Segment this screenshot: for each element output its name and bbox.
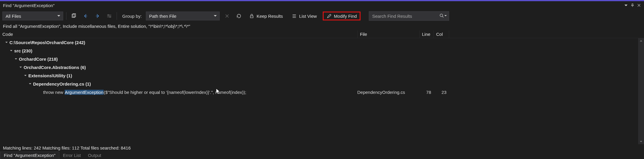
result-file: DependencyOrdering.cs [357, 90, 419, 95]
tree-node-label: Extensions\Utility [28, 73, 66, 78]
refresh-icon[interactable] [234, 12, 243, 20]
expand-icon[interactable] [9, 49, 14, 52]
tree-node[interactable]: Extensions\Utility (1) [0, 71, 638, 80]
result-code: throw new ArgumentException($"Should be … [0, 90, 357, 95]
column-file[interactable]: File [357, 30, 419, 38]
tree-node-label: OrchardCore [19, 57, 46, 62]
expand-icon[interactable] [14, 57, 18, 60]
tree-node[interactable]: src (230) [0, 46, 638, 55]
search-summary: Find all "ArgumentException", Include mi… [0, 23, 644, 30]
tree-node-count: (242) [75, 40, 85, 45]
scroll-track[interactable] [638, 44, 644, 139]
lock-icon [249, 14, 254, 19]
expand-icon[interactable] [4, 41, 9, 44]
modify-find-button[interactable]: Modify Find [323, 12, 361, 20]
tree-node-count: (6) [80, 65, 86, 70]
group-by-dropdown[interactable]: Path then File [146, 12, 220, 20]
result-line: 78 [419, 90, 433, 95]
scope-selected: All Files [6, 14, 21, 19]
result-col: 23 [433, 90, 449, 95]
expand-icon[interactable] [28, 82, 32, 85]
next-result-icon[interactable] [93, 12, 102, 20]
copy-icon[interactable] [69, 12, 78, 20]
tree-node[interactable]: OrchardCore.Abstractions (6) [0, 63, 638, 71]
window-title: Find "ArgumentException" [3, 3, 623, 8]
vertical-scrollbar[interactable] [638, 38, 644, 144]
group-by-selected: Path then File [149, 14, 177, 19]
window-menu-icon[interactable] [623, 2, 629, 9]
column-col[interactable]: Col [433, 30, 449, 38]
result-row[interactable]: throw new ArgumentException($"Should be … [0, 88, 638, 96]
prev-result-icon[interactable] [81, 12, 90, 20]
search-input[interactable] [372, 14, 439, 19]
tab-find-results[interactable]: Find "ArgumentException" [0, 152, 59, 159]
separator [66, 12, 66, 20]
tree-node-label: src [14, 48, 21, 53]
svg-point-5 [440, 14, 443, 17]
clear-filter-icon [105, 12, 114, 20]
search-icon[interactable] [439, 13, 444, 19]
search-dropdown-icon[interactable] [444, 14, 447, 18]
svg-point-3 [110, 16, 111, 17]
delete-icon [223, 12, 231, 20]
chevron-down-icon [213, 14, 217, 19]
chevron-down-icon [57, 14, 61, 19]
keep-results-button[interactable]: Keep Results [246, 12, 286, 20]
tree-node-label: C:\Source\Repos\OrchardCore [9, 40, 74, 45]
tree-node-count: (218) [48, 57, 58, 62]
column-code[interactable]: Code [0, 30, 357, 38]
list-icon [292, 14, 297, 19]
list-view-button[interactable]: List View [289, 12, 320, 20]
close-icon[interactable] [636, 2, 642, 9]
column-header: Code File Line Col [0, 30, 644, 38]
tree-node-label: DependencyOrdering.cs [33, 81, 84, 86]
pin-icon[interactable] [629, 2, 636, 9]
expand-icon[interactable] [18, 66, 23, 69]
tree-node[interactable]: DependencyOrdering.cs (1) [0, 80, 638, 88]
separator [117, 12, 117, 20]
scroll-up-icon[interactable] [638, 38, 644, 44]
pencil-icon [327, 14, 332, 19]
expand-icon[interactable] [23, 74, 28, 77]
list-view-label: List View [299, 14, 317, 19]
tree-node[interactable]: OrchardCore (218) [0, 55, 638, 63]
result-match-highlight: ArgumentException [65, 90, 104, 95]
tree-node-count: (230) [22, 48, 32, 53]
column-scroll-gutter [449, 30, 456, 38]
search-results-input[interactable] [369, 11, 449, 21]
column-line[interactable]: Line [419, 30, 433, 38]
keep-results-label: Keep Results [257, 14, 283, 19]
group-by-label: Group by: [120, 14, 143, 19]
status-line: Matching lines: 242 Matching files: 112 … [0, 144, 644, 151]
tree-node-count: (1) [85, 81, 91, 86]
results-tree[interactable]: C:\Source\Repos\OrchardCore (242)src (23… [0, 38, 638, 144]
tab-output[interactable]: Output [84, 152, 105, 159]
tree-node-count: (1) [67, 73, 72, 78]
tree-node[interactable]: C:\Source\Repos\OrchardCore (242) [0, 38, 638, 46]
scroll-down-icon[interactable] [638, 139, 644, 144]
svg-point-2 [108, 15, 109, 16]
svg-rect-4 [250, 16, 253, 18]
modify-find-label: Modify Find [334, 14, 357, 19]
tree-node-label: OrchardCore.Abstractions [24, 65, 79, 70]
bottom-tabs: Find "ArgumentException" Error List Outp… [0, 151, 644, 159]
scope-dropdown[interactable]: All Files [2, 12, 63, 20]
tab-error-list[interactable]: Error List [59, 152, 84, 159]
